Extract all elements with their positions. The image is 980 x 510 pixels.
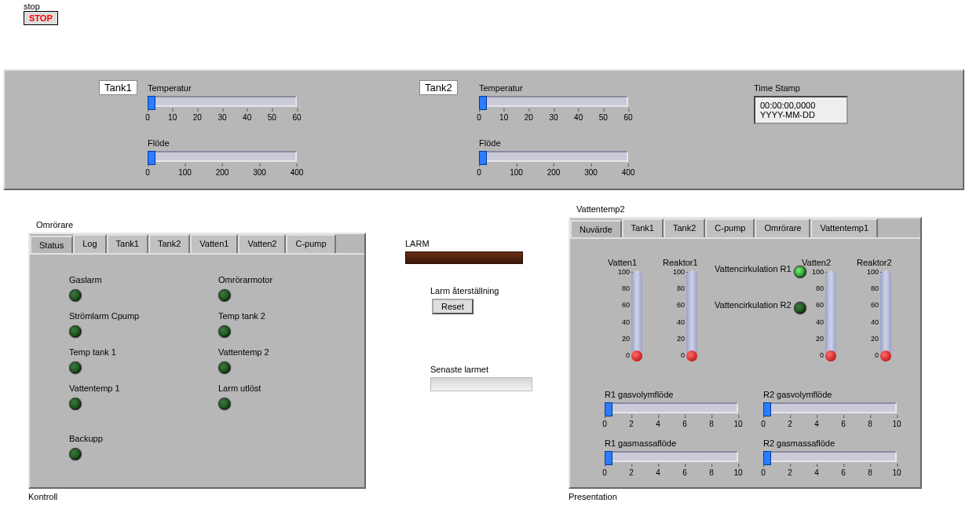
latest-larm-field xyxy=(430,377,532,391)
thermo-vatten2: Vatten2100806040200 xyxy=(802,258,841,357)
larm-indicator xyxy=(405,251,523,264)
tab-status[interactable]: Status xyxy=(30,236,73,255)
led-indicator xyxy=(69,398,82,410)
tick: 20 xyxy=(193,113,202,122)
tick: 50 xyxy=(268,113,276,122)
larm-title: LARM xyxy=(405,239,430,248)
tank2-flow-slider[interactable]: Flöde 0100200300400 xyxy=(479,138,628,179)
tab-tank2[interactable]: Tank2 xyxy=(664,218,705,237)
tab-tank2[interactable]: Tank2 xyxy=(148,234,190,253)
tab-tank1[interactable]: Tank1 xyxy=(622,218,664,237)
tab-tank1[interactable]: Tank1 xyxy=(107,234,148,253)
kontroll-panel: Omrörare StatusLogTank1Tank2Vatten1Vatte… xyxy=(28,233,366,489)
tick: 40 xyxy=(574,113,583,122)
led-indicator xyxy=(69,325,82,338)
led-omrörarmotor: Omrörarmotor xyxy=(218,275,272,302)
tank2-flow-label: Flöde xyxy=(479,138,628,148)
tick: 0 xyxy=(145,168,150,177)
tick: 8 xyxy=(709,420,714,428)
thermo-vatten1: Vatten1100806040200 xyxy=(608,258,647,357)
latest-larm-label: Senaste larmet xyxy=(430,365,488,374)
tick: 30 xyxy=(218,113,226,122)
tick: 50 xyxy=(599,113,608,122)
tick: 10 xyxy=(733,420,742,428)
r1-gasvolym-slider[interactable]: R1 gasvolymflöde 0246810 xyxy=(605,390,738,431)
tick: 60 xyxy=(623,113,632,122)
tick: 10 xyxy=(168,113,177,122)
led-temp-tank-2: Temp tank 2 xyxy=(218,311,265,338)
reset-button[interactable]: Reset xyxy=(432,299,474,314)
tick: 300 xyxy=(584,168,598,177)
tick: 10 xyxy=(892,468,901,477)
tab-c-pump[interactable]: C-pump xyxy=(705,218,755,237)
tank1-flow-slider[interactable]: Flöde 0100200300400 xyxy=(148,138,297,179)
led-indicator xyxy=(218,289,231,302)
tick: 2 xyxy=(788,420,792,428)
tick: 4 xyxy=(656,420,660,428)
tick: 0 xyxy=(477,113,481,122)
led-indicator xyxy=(69,361,82,374)
tick: 0 xyxy=(761,468,766,477)
presentation-tabs: NuvärdeTank1Tank2C-pumpOmrörareVattentem… xyxy=(570,218,920,237)
led-temp-tank-1: Temp tank 1 xyxy=(69,347,116,374)
led-strömlarm-cpump: Strömlarm Cpump xyxy=(69,311,139,338)
tick: 20 xyxy=(525,113,533,122)
tick: 0 xyxy=(602,468,607,477)
tick: 0 xyxy=(602,420,607,428)
kontroll-footer: Kontroll xyxy=(28,492,57,501)
timestamp-date: YYYY-MM-DD xyxy=(760,110,842,119)
tick: 6 xyxy=(682,468,687,477)
tick: 10 xyxy=(733,468,742,477)
tank1-temp-label: Temperatur xyxy=(148,83,297,93)
tank1-flow-label: Flöde xyxy=(148,138,297,148)
tick: 400 xyxy=(291,168,304,177)
led-gaslarm: Gaslarm xyxy=(69,275,102,302)
tick: 4 xyxy=(814,468,819,477)
tick: 6 xyxy=(841,468,846,477)
tick: 2 xyxy=(629,468,634,477)
tick: 4 xyxy=(814,420,819,428)
tank1-label: Tank1 xyxy=(99,80,137,95)
tick: 4 xyxy=(656,468,660,477)
tab-vattentemp1[interactable]: Vattentemp1 xyxy=(810,218,878,237)
thermo-reaktor2: Reaktor2100806040200 xyxy=(857,258,896,357)
tick: 0 xyxy=(761,420,766,428)
r2-gasvolym-slider[interactable]: R2 gasvolymflöde 0246810 xyxy=(763,390,897,431)
tank2-temp-slider[interactable]: Temperatur 0102030405060 xyxy=(479,83,628,124)
tick: 10 xyxy=(499,113,508,122)
tank1-temp-slider[interactable]: Temperatur 0102030405060 xyxy=(148,83,297,124)
stop-label: stop xyxy=(24,2,58,11)
stop-button[interactable]: STOP xyxy=(24,11,58,25)
tab-log[interactable]: Log xyxy=(73,234,106,253)
circ-r1: Vattencirkulation R1 xyxy=(715,261,806,278)
tab-nuvärde[interactable]: Nuvärde xyxy=(570,220,622,239)
tick: 0 xyxy=(477,168,481,177)
tick: 400 xyxy=(622,168,635,177)
tick: 0 xyxy=(145,113,150,122)
led-indicator xyxy=(218,398,231,410)
tab-vatten1[interactable]: Vatten1 xyxy=(190,234,238,253)
led-vattentemp-1: Vattentemp 1 xyxy=(69,383,120,410)
tick: 8 xyxy=(868,420,872,428)
led-indicator xyxy=(69,448,82,460)
r2-gasmassa-slider[interactable]: R2 gasmassaflöde 0246810 xyxy=(763,438,897,479)
tab-omrörare[interactable]: Omrörare xyxy=(755,218,810,237)
tick: 100 xyxy=(510,168,523,177)
tick: 300 xyxy=(253,168,266,177)
r1-gasmassa-slider[interactable]: R1 gasmassaflöde 0246810 xyxy=(605,438,738,479)
tick: 40 xyxy=(243,113,251,122)
tank2-label: Tank2 xyxy=(419,80,458,95)
tick: 200 xyxy=(216,168,229,177)
tick: 60 xyxy=(292,113,301,122)
tick: 2 xyxy=(788,468,792,477)
tick: 10 xyxy=(892,420,901,428)
kontroll-tabs: StatusLogTank1Tank2Vatten1Vatten2C-pump xyxy=(30,234,364,253)
tank2-temp-label: Temperatur xyxy=(479,83,628,93)
tick: 100 xyxy=(178,168,192,177)
tick: 8 xyxy=(709,468,714,477)
tick: 6 xyxy=(682,420,687,428)
tab-vatten2[interactable]: Vatten2 xyxy=(238,234,286,253)
tick: 8 xyxy=(868,468,872,477)
tab-c-pump[interactable]: C-pump xyxy=(286,234,335,253)
top-panel: Tank1 Temperatur 0102030405060 Flöde 010… xyxy=(3,69,964,190)
